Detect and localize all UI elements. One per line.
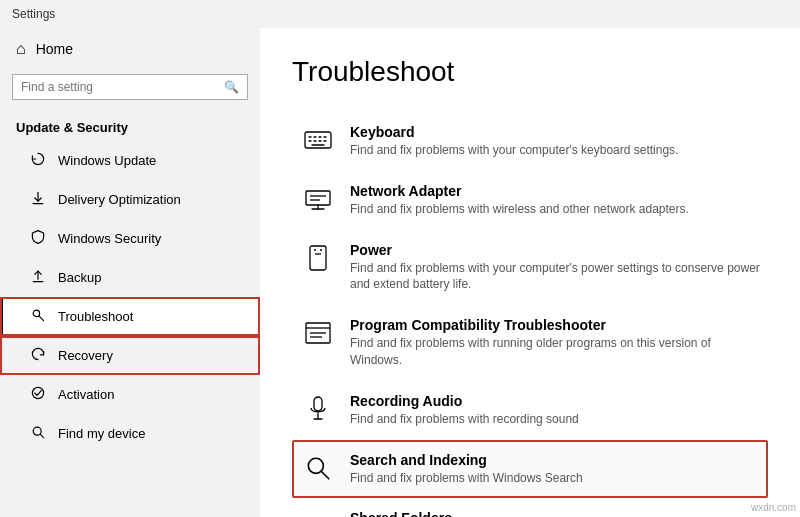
audio-icon [300, 393, 336, 423]
search-and-indexing-icon [300, 452, 336, 482]
network-text: Network Adapter Find and fix problems wi… [350, 183, 689, 218]
windows-update-icon [28, 151, 48, 170]
troubleshoot-item-keyboard[interactable]: Keyboard Find and fix problems with your… [292, 112, 768, 171]
sidebar-item-activation[interactable]: Activation [0, 375, 260, 414]
sidebar-item-windows-update[interactable]: Windows Update [0, 141, 260, 180]
program-desc: Find and fix problems with running older… [350, 335, 760, 369]
sidebar-label-troubleshoot: Troubleshoot [58, 309, 133, 324]
svg-point-5 [32, 387, 43, 398]
sidebar-item-home[interactable]: ⌂ Home [0, 28, 260, 70]
svg-rect-18 [306, 191, 330, 205]
keyboard-title: Keyboard [350, 124, 678, 140]
sidebar-item-windows-security[interactable]: Windows Security [0, 219, 260, 258]
program-text: Program Compatibility Troubleshooter Fin… [350, 317, 760, 369]
home-icon: ⌂ [16, 40, 26, 58]
sidebar-item-delivery-optimization[interactable]: Delivery Optimization [0, 180, 260, 219]
troubleshoot-item-power[interactable]: Power Find and fix problems with your co… [292, 230, 768, 306]
program-title: Program Compatibility Troubleshooter [350, 317, 760, 333]
sidebar-label-activation: Activation [58, 387, 114, 402]
title-bar-text: Settings [12, 7, 55, 21]
sidebar-label-find-my-device: Find my device [58, 426, 145, 441]
search-desc: Find and fix problems with Windows Searc… [350, 470, 583, 487]
sidebar-label-backup: Backup [58, 270, 101, 285]
search-icon: 🔍 [224, 80, 239, 94]
sidebar-label-recovery: Recovery [58, 348, 113, 363]
recovery-icon [28, 346, 48, 365]
svg-rect-31 [314, 397, 322, 411]
sidebar-label-windows-update: Windows Update [58, 153, 156, 168]
main-container: ⌂ Home 🔍 Update & Security Windows Updat… [0, 28, 800, 517]
sidebar-item-backup[interactable]: Backup [0, 258, 260, 297]
audio-text: Recording Audio Find and fix problems wi… [350, 393, 579, 428]
watermark: wxdn.com [751, 502, 796, 513]
windows-security-icon [28, 229, 48, 248]
sidebar-item-find-my-device[interactable]: Find my device [0, 414, 260, 453]
program-icon [300, 317, 336, 347]
troubleshoot-list: Keyboard Find and fix problems with your… [292, 112, 768, 517]
sidebar-label-windows-security: Windows Security [58, 231, 161, 246]
troubleshoot-icon [28, 307, 48, 326]
home-label: Home [36, 41, 73, 57]
title-bar: Settings [0, 0, 800, 28]
sidebar-item-troubleshoot[interactable]: Troubleshoot [0, 297, 260, 336]
troubleshoot-item-folders[interactable]: Shared Folders Find and fix problems wit… [292, 498, 768, 517]
content-area: Troubleshoot [260, 28, 800, 517]
svg-line-35 [321, 471, 329, 479]
page-title: Troubleshoot [292, 56, 768, 88]
folders-text: Shared Folders Find and fix problems wit… [350, 510, 744, 517]
power-desc: Find and fix problems with your computer… [350, 260, 760, 294]
audio-desc: Find and fix problems with recording sou… [350, 411, 579, 428]
svg-rect-23 [310, 246, 326, 270]
sidebar: ⌂ Home 🔍 Update & Security Windows Updat… [0, 28, 260, 517]
network-title: Network Adapter [350, 183, 689, 199]
section-header: Update & Security [0, 112, 260, 141]
keyboard-text: Keyboard Find and fix problems with your… [350, 124, 678, 159]
svg-line-4 [39, 316, 44, 321]
backup-icon [28, 268, 48, 287]
network-desc: Find and fix problems with wireless and … [350, 201, 689, 218]
shared-folders-icon [300, 510, 336, 517]
folders-title: Shared Folders [350, 510, 744, 517]
find-my-device-icon [28, 424, 48, 443]
search-title: Search and Indexing [350, 452, 583, 468]
delivery-optimization-icon [28, 190, 48, 209]
activation-icon [28, 385, 48, 404]
keyboard-icon [300, 124, 336, 154]
svg-line-7 [40, 434, 43, 437]
audio-title: Recording Audio [350, 393, 579, 409]
sidebar-label-delivery-optimization: Delivery Optimization [58, 192, 181, 207]
keyboard-desc: Find and fix problems with your computer… [350, 142, 678, 159]
sidebar-item-recovery[interactable]: Recovery [0, 336, 260, 375]
power-title: Power [350, 242, 760, 258]
troubleshoot-item-program[interactable]: Program Compatibility Troubleshooter Fin… [292, 305, 768, 381]
troubleshoot-item-search[interactable]: Search and Indexing Find and fix problem… [292, 440, 768, 499]
search-text: Search and Indexing Find and fix problem… [350, 452, 583, 487]
troubleshoot-item-network[interactable]: Network Adapter Find and fix problems wi… [292, 171, 768, 230]
search-input[interactable] [21, 80, 224, 94]
power-icon [300, 242, 336, 272]
search-box[interactable]: 🔍 [12, 74, 248, 100]
network-icon [300, 183, 336, 213]
power-text: Power Find and fix problems with your co… [350, 242, 760, 294]
troubleshoot-item-audio[interactable]: Recording Audio Find and fix problems wi… [292, 381, 768, 440]
